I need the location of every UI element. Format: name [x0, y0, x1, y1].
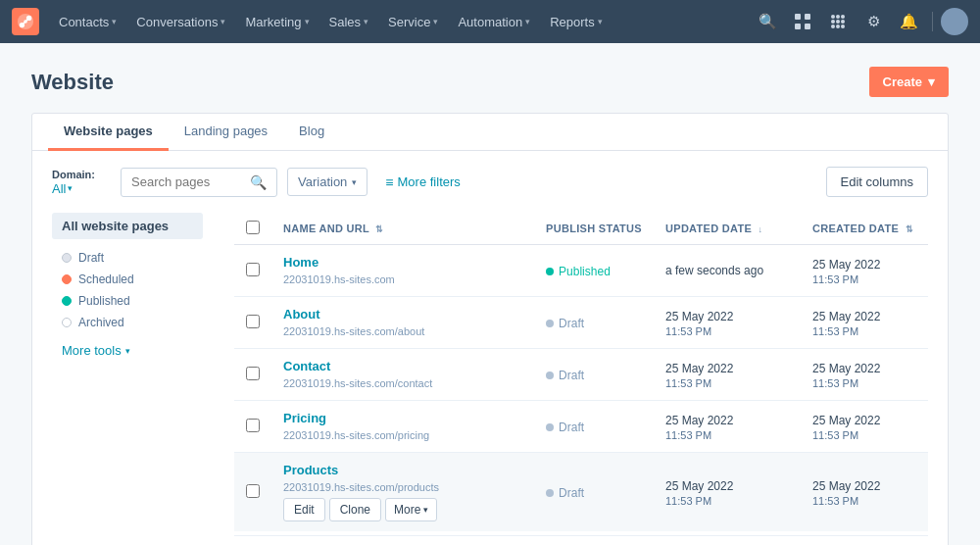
row-checkbox[interactable] — [246, 315, 260, 328]
page-name-link[interactable]: Products — [283, 463, 522, 477]
edit-columns-button[interactable]: Edit columns — [826, 167, 928, 197]
pages-table: NAME AND URL ⇅ PUBLISH STATUS UPDATED DA… — [234, 213, 928, 531]
tab-landing-pages[interactable]: Landing pages — [169, 114, 283, 151]
nav-service[interactable]: Service ▾ — [380, 11, 446, 33]
sales-chevron: ▾ — [364, 17, 368, 26]
variation-filter-button[interactable]: Variation ▾ — [287, 168, 368, 196]
sidebar-item-draft[interactable]: Draft — [52, 247, 203, 269]
updated-date: a few seconds ago — [665, 262, 789, 279]
tabs-bar: Website pages Landing pages Blog — [32, 114, 948, 151]
row-updated-cell: 25 May 2022 11:53 PM — [654, 401, 801, 453]
notifications-icon[interactable]: 🔔 — [893, 6, 924, 37]
contacts-chevron: ▾ — [112, 17, 117, 26]
created-date: 25 May 2022 — [812, 412, 916, 429]
page-url: 22031019.hs-sites.com/about — [283, 325, 424, 337]
status-text: Draft — [559, 317, 584, 330]
tab-website-pages[interactable]: Website pages — [48, 114, 169, 151]
more-actions-chevron: ▾ — [423, 505, 428, 515]
variation-chevron: ▾ — [352, 177, 357, 187]
updated-date: 25 May 2022 — [665, 477, 789, 495]
sidebar-item-archived[interactable]: Archived — [52, 312, 203, 333]
svg-rect-6 — [795, 14, 801, 20]
select-all-checkbox[interactable] — [246, 221, 260, 234]
search-icon[interactable]: 🔍 — [250, 174, 267, 190]
hubspot-icon — [17, 13, 34, 30]
created-time: 11:53 PM — [812, 377, 916, 389]
create-button[interactable]: Create ▾ — [869, 67, 949, 97]
nav-divider — [932, 12, 933, 31]
nav-sales[interactable]: Sales ▾ — [321, 11, 377, 33]
status-dot — [546, 372, 554, 379]
status-badge: Draft — [546, 486, 584, 500]
apps-icon[interactable] — [822, 6, 854, 37]
created-date: 25 May 2022 — [812, 256, 916, 273]
sidebar-item-published[interactable]: Published — [52, 290, 203, 312]
nav-contacts[interactable]: Contacts ▾ — [51, 11, 124, 33]
automation-chevron: ▾ — [525, 17, 530, 26]
marketplace-icon[interactable] — [787, 6, 818, 37]
domain-filter[interactable]: All ▾ — [52, 181, 111, 196]
svg-point-16 — [831, 25, 835, 28]
col-created-header[interactable]: CREATED DATE ⇅ — [801, 213, 928, 245]
page-name-link[interactable]: Pricing — [283, 411, 522, 425]
row-updated-cell: a few seconds ago — [654, 245, 801, 297]
svg-rect-8 — [795, 24, 801, 29]
row-status-cell: Draft — [534, 401, 654, 453]
pagination-row: 25 per page ▾ — [234, 535, 928, 545]
user-avatar[interactable] — [941, 8, 968, 35]
row-name-cell: Products 22031019.hs-sites.com/products … — [271, 453, 534, 532]
hubspot-logo[interactable] — [12, 8, 39, 35]
main-card: Website pages Landing pages Blog Domain:… — [31, 113, 949, 545]
reports-chevron: ▾ — [598, 17, 603, 26]
search-box[interactable]: 🔍 — [121, 168, 277, 197]
page-name-link[interactable]: Contact — [283, 359, 522, 373]
settings-icon[interactable]: ⚙ — [858, 6, 889, 37]
table-row: Home 22031019.hs-sites.com Published — [234, 245, 928, 297]
clone-button[interactable]: Clone — [329, 498, 381, 521]
col-name-header[interactable]: NAME AND URL ⇅ — [271, 213, 534, 245]
top-navigation: Contacts ▾ Conversations ▾ Marketing ▾ S… — [0, 0, 980, 43]
row-updated-cell: 25 May 2022 11:53 PM — [654, 453, 801, 532]
row-checkbox[interactable] — [246, 367, 260, 380]
sidebar-item-scheduled[interactable]: Scheduled — [52, 269, 203, 290]
tab-blog[interactable]: Blog — [283, 114, 340, 151]
row-checkbox-cell — [234, 349, 271, 401]
svg-point-10 — [831, 15, 835, 19]
more-actions-button[interactable]: More ▾ — [385, 498, 437, 521]
updated-date: 25 May 2022 — [665, 360, 789, 377]
col-updated-header[interactable]: UPDATED DATE ↓ — [654, 213, 801, 245]
domain-section: Domain: All ▾ — [52, 169, 111, 196]
conversations-chevron: ▾ — [220, 17, 225, 26]
app-root: Contacts ▾ Conversations ▾ Marketing ▾ S… — [0, 0, 980, 545]
svg-point-15 — [841, 20, 845, 24]
search-icon[interactable]: 🔍 — [752, 6, 783, 37]
row-checkbox-cell — [234, 401, 271, 453]
row-checkbox[interactable] — [246, 484, 260, 498]
row-updated-cell: 25 May 2022 11:53 PM — [654, 349, 801, 401]
search-input[interactable] — [131, 174, 244, 189]
nav-automation[interactable]: Automation ▾ — [450, 11, 538, 33]
svg-rect-7 — [805, 14, 810, 20]
svg-point-12 — [841, 15, 845, 19]
status-badge: Draft — [546, 317, 584, 330]
nav-reports[interactable]: Reports ▾ — [542, 11, 611, 33]
svg-rect-9 — [805, 24, 810, 29]
more-filters-button[interactable]: ≡ More filters — [377, 169, 467, 196]
filter-lines-icon: ≡ — [385, 174, 393, 190]
created-time: 11:53 PM — [812, 325, 916, 337]
page-name-link[interactable]: Home — [283, 255, 522, 270]
nav-conversations[interactable]: Conversations ▾ — [128, 11, 233, 33]
status-text: Published — [559, 265, 611, 278]
more-tools-button[interactable]: More tools ▾ — [52, 333, 203, 362]
edit-button[interactable]: Edit — [283, 498, 325, 521]
row-checkbox[interactable] — [246, 263, 260, 276]
sidebar-section-title: All website pages — [52, 213, 203, 239]
status-dot — [546, 423, 554, 431]
sidebar-draft-label: Draft — [78, 251, 104, 265]
row-checkbox[interactable] — [246, 419, 260, 432]
sidebar-archived-label: Archived — [78, 316, 124, 329]
row-status-cell: Draft — [534, 297, 654, 349]
row-created-cell: 25 May 2022 11:53 PM — [801, 245, 928, 297]
nav-marketing[interactable]: Marketing ▾ — [237, 11, 317, 33]
page-name-link[interactable]: About — [283, 307, 522, 322]
